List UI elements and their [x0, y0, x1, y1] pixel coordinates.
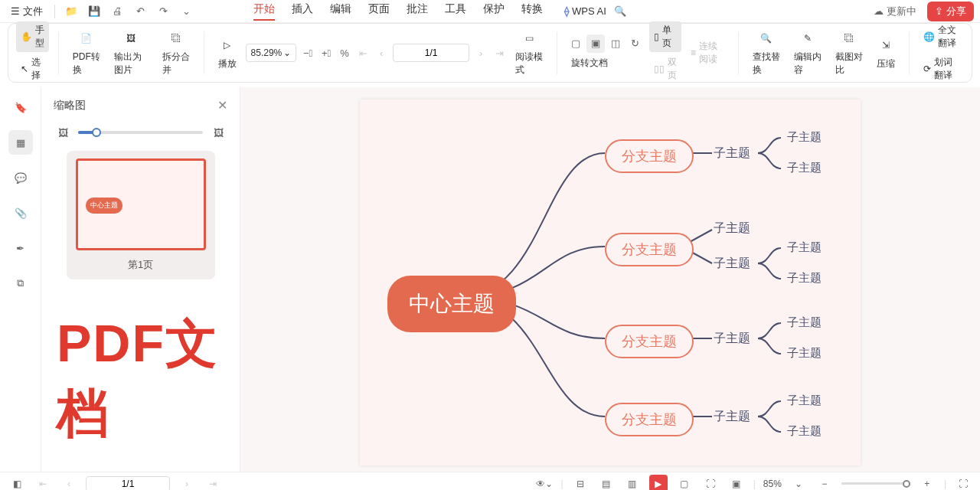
update-status[interactable]: ☁ 更新中	[874, 5, 916, 18]
search-icon[interactable]: 🔍	[611, 2, 629, 21]
fullscreen-icon[interactable]: ⛶	[954, 475, 972, 491]
canvas-area[interactable]: 中心主题 分支主题 分支主题 分支主题 分支主题 子主题 子主题 子主题 子主题…	[240, 87, 980, 472]
fit-width-icon[interactable]: ▢	[567, 34, 585, 53]
view-play-icon[interactable]: ▶	[649, 475, 668, 491]
save-icon[interactable]: 💾	[85, 2, 103, 21]
first-page-icon[interactable]: ⇤	[356, 44, 370, 62]
thumbnail-icon[interactable]: ▦	[8, 130, 33, 155]
view1-icon[interactable]: ⊟	[571, 475, 590, 491]
attachment-icon[interactable]: 📎	[8, 201, 33, 225]
select-tool[interactable]: ↖ 选择	[16, 54, 49, 84]
undo-icon[interactable]: ↶	[131, 2, 149, 21]
read-mode-button[interactable]: ▭阅读模式	[511, 28, 547, 78]
find-replace-button[interactable]: 🔍查找替换	[748, 28, 785, 78]
tab-tools[interactable]: 工具	[445, 2, 466, 21]
print-icon[interactable]: 🖨	[108, 2, 126, 21]
tab-insert[interactable]: 插入	[292, 2, 313, 21]
status-bar: ◧ ⇤ ‹ › ⇥ 👁⌄ | ⊟ ▤ ▥ ▶ ▢ ⛶ ▣ | 85% ⌄ − +…	[0, 472, 980, 490]
double-label: 双页	[668, 56, 677, 82]
mini-3b: 子主题	[787, 346, 822, 361]
sb-page-input[interactable]	[86, 476, 170, 491]
hand-tool[interactable]: ✋ 手型	[16, 21, 49, 52]
thumb-zoom-out-icon[interactable]: 🖼	[54, 123, 72, 142]
export-image-icon: 🖼	[122, 29, 140, 47]
thumb-size-slider[interactable]	[78, 131, 203, 134]
view3-icon[interactable]: ▥	[623, 475, 642, 491]
zoom-value: 85.29%	[251, 47, 283, 58]
next-page-icon[interactable]: ›	[474, 44, 488, 62]
sign-icon[interactable]: ✒	[8, 236, 33, 260]
rotate-cw-icon[interactable]: ↻	[626, 34, 645, 53]
sb-prev-icon[interactable]: ‹	[60, 475, 78, 491]
view5-icon[interactable]: ⛶	[701, 475, 720, 491]
ribbon: ✋ 手型 ↖ 选择 📄PDF转换 🖼输出为图片 ⿻拆分合并 ▷播放 85.29%…	[8, 23, 972, 83]
continuous-label: 连续阅读	[699, 40, 724, 66]
play-button[interactable]: ▷播放	[214, 34, 241, 72]
view6-icon[interactable]: ▣	[727, 475, 746, 491]
zoom-out-icon[interactable]: −⃝	[301, 44, 315, 62]
update-label: 更新中	[887, 5, 916, 18]
page-input[interactable]	[393, 44, 469, 62]
fit-page-icon[interactable]: ▣	[586, 34, 605, 53]
redo-icon[interactable]: ↷	[154, 2, 172, 21]
compress-label: 压缩	[877, 57, 895, 70]
tab-start[interactable]: 开始	[253, 2, 275, 21]
wps-ai-button[interactable]: ⟠WPS AI	[564, 5, 606, 17]
file-menu[interactable]: ☰ 文件	[6, 2, 47, 21]
pdf-page: 中心主题 分支主题 分支主题 分支主题 分支主题 子主题 子主题 子主题 子主题…	[360, 100, 861, 466]
actual-size-icon[interactable]: ◫	[606, 34, 625, 53]
bookmark-icon[interactable]: 🔖	[8, 95, 33, 119]
rotate-label: 旋转文档	[571, 57, 608, 70]
tab-protect[interactable]: 保护	[483, 2, 505, 21]
view2-icon[interactable]: ▤	[597, 475, 616, 491]
zoom-select[interactable]: 85.29%⌄	[246, 44, 297, 62]
comment-icon[interactable]: 💬	[8, 165, 33, 190]
tab-edit[interactable]: 编辑	[330, 2, 351, 21]
edit-label: 编辑内容	[794, 51, 822, 77]
compress-button[interactable]: ⇲压缩	[872, 34, 900, 72]
eye-icon[interactable]: 👁⌄	[535, 475, 554, 491]
tab-annotate[interactable]: 批注	[407, 2, 428, 21]
tab-page[interactable]: 页面	[368, 2, 390, 21]
sb-first-icon[interactable]: ⇤	[34, 475, 52, 491]
sb-zoom-in-icon[interactable]: +	[918, 475, 936, 491]
mini-3a: 子主题	[787, 315, 822, 330]
sb-zoom-slider[interactable]	[841, 482, 910, 485]
mini-1b: 子主题	[787, 161, 822, 175]
close-icon[interactable]: ✕	[217, 98, 227, 113]
continuous-button[interactable]: ≡ 连续阅读	[686, 38, 729, 68]
more-dropdown-icon[interactable]: ⌄	[177, 2, 195, 21]
edit-content-button[interactable]: ✎编辑内容	[789, 28, 826, 78]
export-image-button[interactable]: 🖼输出为图片	[109, 28, 153, 78]
prev-page-icon[interactable]: ‹	[374, 44, 388, 62]
full-translate-button[interactable]: 🌐 全文翻译	[919, 21, 964, 52]
sub-1: 子主题	[714, 145, 750, 162]
file-label: 文件	[23, 5, 43, 18]
tab-convert[interactable]: 转换	[521, 2, 543, 21]
mini-2b: 子主题	[787, 271, 822, 286]
open-icon[interactable]: 📁	[62, 2, 80, 21]
zoom-in-icon[interactable]: +⃝	[319, 44, 333, 62]
share-button[interactable]: ⇪ 分享	[927, 2, 974, 21]
compare-button[interactable]: ⿻截图对比	[831, 28, 867, 78]
pdf-convert-button[interactable]: 📄PDF转换	[68, 28, 105, 78]
panel-toggle-icon[interactable]: ◧	[8, 475, 26, 491]
share-label: 分享	[946, 5, 966, 18]
view4-icon[interactable]: ▢	[675, 475, 694, 491]
fit-percent-icon[interactable]: %	[338, 44, 351, 62]
single-page-button[interactable]: ▯ 单页	[649, 21, 681, 52]
sb-next-icon[interactable]: ›	[178, 475, 196, 491]
sb-zoom-dropdown[interactable]: ⌄	[789, 475, 808, 491]
left-rail: 🔖 ▦ 💬 📎 ✒ ⧉	[0, 87, 41, 472]
double-page-button[interactable]: ▯▯ 双页	[649, 54, 681, 84]
play-icon: ▷	[218, 36, 237, 54]
split-merge-button[interactable]: ⿻拆分合并	[158, 28, 194, 78]
last-page-icon[interactable]: ⇥	[492, 44, 506, 62]
rotate-doc-button[interactable]: 旋转文档	[567, 54, 645, 72]
layers-icon[interactable]: ⧉	[8, 271, 33, 296]
sb-zoom-out-icon[interactable]: −	[815, 475, 834, 491]
thumbnail-card[interactable]: 中心主题 第1页	[67, 151, 215, 279]
thumb-zoom-in-icon[interactable]: 🖼	[209, 123, 227, 142]
select-translate-button[interactable]: ⟳ 划词翻译	[919, 54, 964, 84]
sb-last-icon[interactable]: ⇥	[204, 475, 222, 491]
